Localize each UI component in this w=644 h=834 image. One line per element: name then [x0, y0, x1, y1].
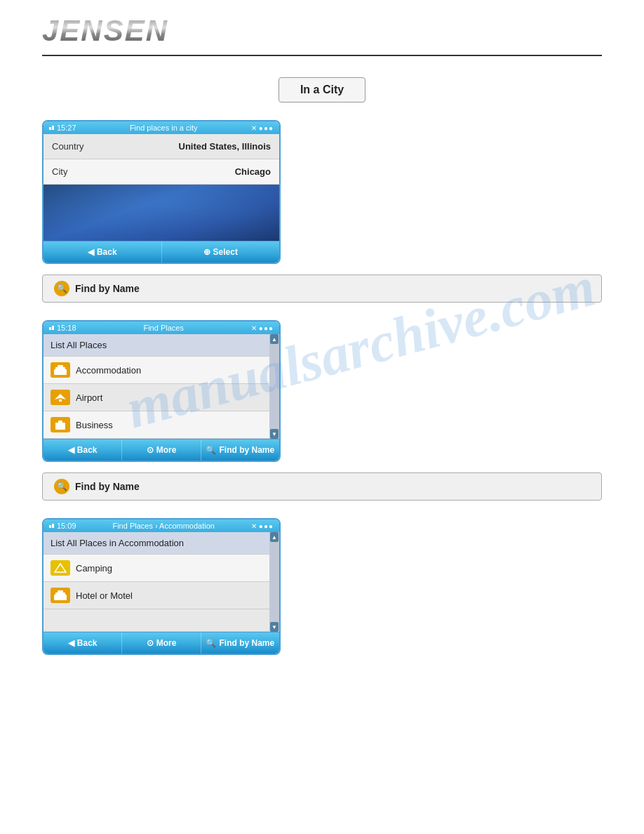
screen3: 15:09 Find Places › Accommodation ✕ ●●● … — [42, 518, 281, 655]
screen2-list-container: List All Places Accommodation Airport — [43, 334, 279, 439]
hotel-label: Hotel or Motel — [76, 590, 133, 601]
screen3-find-button[interactable]: 🔍 Find by Name — [201, 633, 279, 654]
svg-rect-4 — [55, 423, 65, 430]
screen2-back-label: Back — [77, 445, 98, 455]
list-all-accommodation-label: List All Places in Accommodation — [51, 538, 184, 548]
search-icon-2: 🔍 — [54, 479, 69, 494]
list-item-accommodation[interactable]: Accommodation — [43, 357, 269, 384]
screen2-status-dots: ●●● — [259, 324, 274, 332]
screen3-signal-bar-1 — [49, 525, 51, 528]
screen2: 15:18 Find Places ✕ ●●● List All Places — [42, 320, 281, 462]
business-icon — [51, 417, 70, 432]
country-label: Country — [52, 141, 84, 152]
screen2-find-label: Find by Name — [219, 445, 274, 455]
accommodation-icon — [51, 362, 70, 378]
screen1-title: Find places in a city — [130, 124, 198, 132]
screen2-find-button[interactable]: 🔍 Find by Name — [201, 439, 279, 461]
screen3-status-bar: 15:09 Find Places › Accommodation ✕ ●●● — [43, 519, 279, 532]
screen3-scroll-down-arrow[interactable]: ▼ — [270, 622, 279, 632]
signal-bar-2 — [52, 126, 54, 130]
screen1-form: Country United States, Illinois City Chi… — [43, 134, 279, 185]
screen2-list: List All Places Accommodation Airport — [43, 334, 269, 439]
back-arrow-icon: ◀ — [88, 247, 94, 257]
list-item-camping[interactable]: Camping — [43, 555, 269, 582]
country-row[interactable]: Country United States, Illinois — [43, 134, 279, 159]
screen1: 15:27 Find places in a city ✕ ●●● Countr… — [42, 120, 281, 264]
more-icon: ⊙ — [147, 445, 154, 455]
business-label: Business — [76, 420, 113, 430]
screen3-scrollbar[interactable]: ▲ ▼ — [269, 532, 279, 632]
screen3-more-icon: ⊙ — [147, 638, 154, 648]
list-all-label: List All Places — [51, 340, 107, 350]
accommodation-label: Accommodation — [76, 365, 141, 376]
screen2-time: 15:18 — [57, 324, 76, 332]
screen3-list-container: List All Places in Accommodation Camping… — [43, 532, 279, 632]
find-by-name-button-1[interactable]: 🔍 Find by Name — [42, 274, 602, 303]
city-label: City — [52, 166, 67, 177]
screen3-title: Find Places › Accommodation — [112, 522, 215, 530]
screen1-nav: ◀ Back ⊕ Select — [43, 241, 279, 263]
screen3-nav: ◀ Back ⊙ More 🔍 Find by Name — [43, 632, 279, 654]
main-content: In a City 15:27 Find places in a city ✕ … — [0, 56, 644, 687]
screen1-status-left: 15:27 — [49, 124, 76, 132]
screen3-more-label: More — [156, 638, 177, 648]
scroll-down-arrow[interactable]: ▼ — [270, 429, 279, 439]
screen3-close-icon: ✕ — [251, 522, 257, 530]
airport-label: Airport — [76, 392, 102, 403]
screen3-back-label: Back — [77, 638, 98, 648]
screen1-select-label: Select — [213, 247, 238, 257]
screen1-status-right: ✕ ●●● — [251, 124, 274, 132]
screen3-signal-bar-2 — [52, 524, 54, 528]
screen2-back-icon: ◀ — [68, 445, 74, 455]
list-item-airport[interactable]: Airport — [43, 384, 269, 411]
svg-marker-6 — [55, 564, 66, 572]
screen2-scrollbar[interactable]: ▲ ▼ — [269, 334, 279, 439]
list-item-empty — [43, 609, 269, 632]
camping-icon — [51, 560, 70, 576]
screen3-time: 15:09 — [57, 522, 76, 530]
signal-bars — [49, 126, 54, 130]
screen2-find-icon: 🔍 — [206, 445, 216, 455]
scroll-up-arrow[interactable]: ▲ — [270, 334, 279, 344]
select-icon: ⊕ — [203, 247, 210, 257]
brand-logo: JENSEN — [42, 14, 168, 48]
screen2-section: 15:18 Find Places ✕ ●●● List All Places — [42, 320, 602, 501]
screen2-status-left: 15:18 — [49, 324, 76, 332]
screen2-title: Find Places — [143, 324, 183, 332]
signal-bar-1 — [49, 127, 51, 130]
city-row[interactable]: City Chicago — [43, 159, 279, 185]
screen3-signal-bars — [49, 524, 54, 528]
screen2-status-bar: 15:18 Find Places ✕ ●●● — [43, 322, 279, 334]
screen1-back-label: Back — [97, 247, 117, 257]
city-value: Chicago — [235, 166, 271, 177]
screen1-back-button[interactable]: ◀ Back — [43, 241, 162, 263]
find-by-name-button-2[interactable]: 🔍 Find by Name — [42, 472, 602, 501]
svg-rect-9 — [58, 590, 63, 593]
screen2-signal-bars — [49, 326, 54, 330]
svg-rect-2 — [58, 365, 63, 368]
screen3-back-button[interactable]: ◀ Back — [43, 633, 122, 654]
screen3-more-button[interactable]: ⊙ More — [122, 633, 201, 654]
search-icon-1: 🔍 — [54, 281, 69, 296]
screen1-select-button[interactable]: ⊕ Select — [162, 241, 280, 263]
screen2-signal-bar-2 — [52, 326, 54, 330]
screen2-nav: ◀ Back ⊙ More 🔍 Find by Name — [43, 439, 279, 461]
screen2-status-right: ✕ ●●● — [251, 324, 274, 332]
screen2-back-button[interactable]: ◀ Back — [43, 439, 122, 461]
screen2-more-button[interactable]: ⊙ More — [122, 439, 201, 461]
hotel-icon — [51, 588, 70, 603]
header: JENSEN — [0, 0, 644, 55]
find-by-name-label-1: Find by Name — [75, 283, 140, 294]
screen3-scroll-up-arrow[interactable]: ▲ — [270, 532, 279, 542]
find-by-name-label-2: Find by Name — [75, 481, 140, 492]
screen3-status-left: 15:09 — [49, 522, 76, 530]
list-item-business[interactable]: Business — [43, 411, 269, 439]
screen3-find-icon: 🔍 — [206, 638, 216, 648]
screen3-status-right: ✕ ●●● — [251, 522, 274, 530]
title-container: In a City — [42, 77, 602, 102]
screen1-status-bar: 15:27 Find places in a city ✕ ●●● — [43, 121, 279, 134]
list-item-hotel[interactable]: Hotel or Motel — [43, 582, 269, 609]
list-item-all[interactable]: List All Places — [43, 334, 269, 357]
list-item-all-accommodation[interactable]: List All Places in Accommodation — [43, 532, 269, 555]
screen2-signal-bar-1 — [49, 327, 51, 330]
